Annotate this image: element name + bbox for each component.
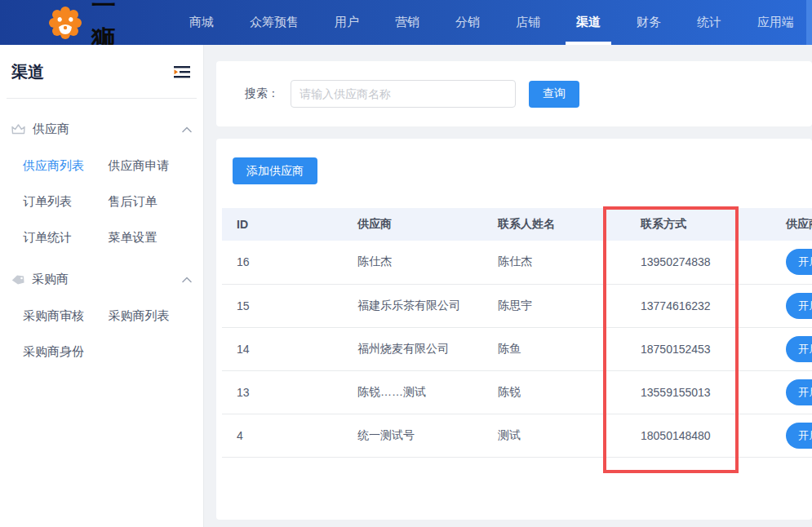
status-toggle-button[interactable]: 开启 — [786, 379, 812, 405]
search-panel: 搜索： 查询 — [216, 61, 812, 126]
status-toggle-button[interactable]: 开启 — [786, 336, 812, 362]
status-toggle-button[interactable]: 开启 — [786, 293, 812, 319]
column-header-supplier: 供应商 — [343, 208, 483, 241]
column-header-status: 供应商 — [771, 208, 812, 241]
cell-supplier: 福州烧麦有限公司 — [343, 327, 483, 370]
table-row: 13 陈锐……测试 陈锐 13559155013 开启 — [222, 370, 812, 414]
column-header-phone: 联系方式 — [626, 208, 771, 241]
cell-phone: 13559155013 — [626, 370, 771, 414]
crown-icon — [11, 123, 25, 135]
add-supplier-button[interactable]: 添加供应商 — [233, 157, 317, 184]
cell-contact: 陈思宇 — [483, 284, 626, 327]
cell-phone: 18750152453 — [626, 327, 771, 370]
sidebar-item-aftersale-orders[interactable]: 售后订单 — [109, 194, 194, 210]
cell-phone: 13950274838 — [626, 241, 771, 284]
sidebar-item-order-statistics[interactable]: 订单统计 — [23, 230, 109, 246]
sidebar: 渠道 供应商 供应商列表 供应商申请 订单列表 售后订单 订单统计 菜单设置 — [0, 45, 204, 527]
sidebar-header: 渠道 — [10, 61, 193, 83]
supplier-search-input[interactable] — [291, 80, 516, 108]
sidebar-item-buyer-list[interactable]: 采购商列表 — [109, 308, 194, 324]
buyer-submenu: 采购商审核 采购商列表 采购商身份 — [10, 308, 193, 360]
nav-item-marketing[interactable]: 营销 — [377, 0, 437, 45]
sidebar-section-buyer-label: 采购商 — [32, 272, 69, 287]
nav-item-store[interactable]: 店铺 — [498, 0, 558, 45]
nav-edge-strip — [806, 0, 812, 45]
sidebar-item-supplier-list[interactable]: 供应商列表 — [23, 158, 109, 174]
table-row: 4 统一测试号 测试 18050148480 开启 — [222, 414, 812, 457]
chevron-up-icon[interactable] — [182, 126, 192, 133]
cell-contact: 陈鱼 — [483, 327, 626, 370]
nav-item-finance[interactable]: 财务 — [619, 0, 679, 45]
sidebar-item-buyer-review[interactable]: 采购商审核 — [23, 308, 109, 324]
search-label: 搜索： — [245, 86, 279, 101]
sidebar-item-order-list[interactable]: 订单列表 — [23, 194, 109, 210]
chevron-up-icon[interactable] — [182, 277, 192, 283]
table-row: 14 福州烧麦有限公司 陈鱼 18750152453 开启 — [222, 327, 812, 370]
cell-contact: 陈仕杰 — [483, 241, 626, 284]
main-content: 搜索： 查询 添加供应商 ID 供应商 联系人姓名 联系方式 供应商 16 — [204, 45, 812, 527]
nav-item-distribution[interactable]: 分销 — [437, 0, 498, 45]
lion-logo-icon — [47, 5, 83, 41]
cell-id: 4 — [222, 414, 343, 457]
menu-fold-icon[interactable] — [172, 64, 192, 81]
cell-id: 14 — [222, 327, 343, 370]
sidebar-item-supplier-apply[interactable]: 供应商申请 — [109, 158, 194, 174]
nav-menu: 商城 众筹预售 用户 营销 分销 店铺 渠道 财务 统计 应用端 — [171, 0, 812, 45]
table-row: 16 陈仕杰 陈仕杰 13950274838 开启 — [222, 241, 812, 284]
cell-id: 16 — [222, 241, 343, 284]
supplier-table: ID 供应商 联系人姓名 联系方式 供应商 16 陈仕杰 陈仕杰 1395027… — [222, 208, 812, 458]
cell-supplier: 福建乐乐茶有限公司 — [343, 284, 483, 327]
sidebar-item-buyer-identity[interactable]: 采购商身份 — [23, 344, 109, 360]
nav-item-statistics[interactable]: 统计 — [679, 0, 739, 45]
nav-item-app-client[interactable]: 应用端 — [739, 0, 812, 45]
sidebar-title: 渠道 — [11, 61, 44, 83]
sidebar-section-buyer[interactable]: 采购商 — [10, 272, 193, 287]
tag-icon — [11, 274, 24, 286]
supplier-table-panel: 添加供应商 ID 供应商 联系人姓名 联系方式 供应商 16 陈仕杰 陈仕杰 — [216, 139, 812, 520]
cell-id: 13 — [222, 370, 343, 414]
cell-supplier: 陈仕杰 — [343, 241, 483, 284]
nav-item-channel[interactable]: 渠道 — [558, 0, 619, 45]
cell-phone: 13774616232 — [626, 284, 771, 327]
status-toggle-button[interactable]: 开启 — [786, 249, 812, 275]
cell-contact: 陈锐 — [483, 370, 626, 414]
sidebar-divider — [7, 98, 197, 99]
table-row: 15 福建乐乐茶有限公司 陈思宇 13774616232 开启 — [222, 284, 812, 327]
cell-contact: 测试 — [483, 414, 626, 457]
sidebar-item-menu-settings[interactable]: 菜单设置 — [109, 230, 194, 246]
sidebar-section-supplier-label: 供应商 — [33, 122, 69, 137]
sidebar-section-supplier[interactable]: 供应商 — [10, 122, 193, 137]
status-toggle-button[interactable]: 开启 — [786, 423, 812, 449]
supplier-submenu: 供应商列表 供应商申请 订单列表 售后订单 订单统计 菜单设置 — [10, 158, 193, 246]
nav-item-mall[interactable]: 商城 — [171, 0, 232, 45]
query-button[interactable]: 查询 — [529, 81, 579, 108]
nav-item-users[interactable]: 用户 — [317, 0, 377, 45]
nav-item-channel-label: 渠道 — [576, 15, 601, 30]
cell-supplier: 统一测试号 — [343, 414, 483, 457]
cell-id: 15 — [222, 284, 343, 327]
cell-supplier: 陈锐……测试 — [343, 370, 483, 414]
nav-item-crowdfunding[interactable]: 众筹预售 — [232, 0, 317, 45]
column-header-contact: 联系人姓名 — [483, 208, 626, 241]
top-nav: 一狮 商城 众筹预售 用户 营销 分销 店铺 渠道 财务 统计 应用端 — [0, 0, 812, 45]
cell-phone: 18050148480 — [626, 414, 771, 457]
table-header-row: ID 供应商 联系人姓名 联系方式 供应商 — [222, 208, 812, 241]
column-header-id: ID — [222, 208, 343, 241]
